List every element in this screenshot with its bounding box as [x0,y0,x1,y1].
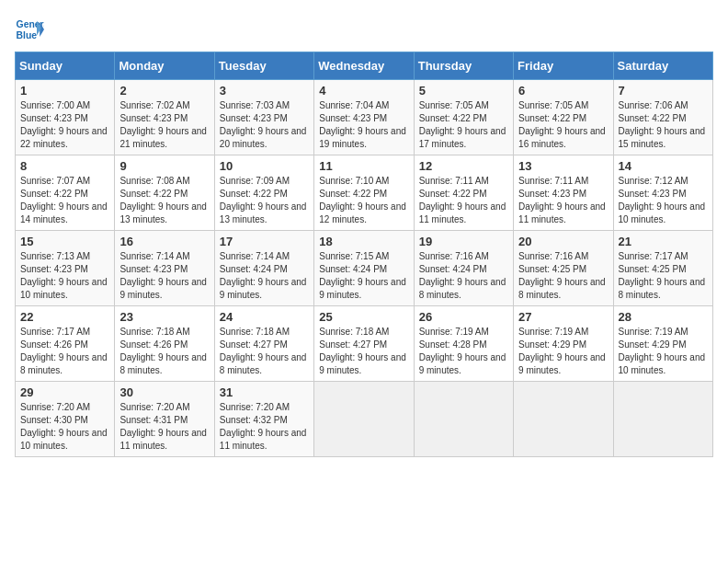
day-number: 2 [119,84,209,98]
day-number: 16 [119,235,209,248]
day-info: Sunrise: 7:20 AM Sunset: 4:32 PM Dayligh… [220,401,309,453]
logo: General Blue [15,15,48,44]
day-info: Sunrise: 7:02 AM Sunset: 4:23 PM Dayligh… [119,99,209,151]
calendar-cell: 28 Sunrise: 7:19 AM Sunset: 4:29 PM Dayl… [613,306,712,382]
day-number: 1 [20,84,109,98]
calendar-cell: 22 Sunrise: 7:17 AM Sunset: 4:26 PM Dayl… [16,306,115,382]
day-info: Sunrise: 7:16 AM Sunset: 4:25 PM Dayligh… [518,250,608,302]
day-info: Sunrise: 7:11 AM Sunset: 4:22 PM Dayligh… [419,175,508,226]
day-number: 29 [20,385,109,399]
day-info: Sunrise: 7:13 AM Sunset: 4:23 PM Dayligh… [20,250,109,302]
calendar-week-5: 29 Sunrise: 7:20 AM Sunset: 4:30 PM Dayl… [16,382,713,457]
day-info: Sunrise: 7:05 AM Sunset: 4:22 PM Dayligh… [518,99,608,151]
day-number: 21 [619,235,708,248]
calendar-cell: 5 Sunrise: 7:05 AM Sunset: 4:22 PM Dayli… [414,80,513,155]
day-info: Sunrise: 7:17 AM Sunset: 4:25 PM Dayligh… [619,250,708,302]
day-number: 22 [20,310,109,324]
col-header-wednesday: Wednesday [314,52,414,80]
calendar-header-row: SundayMondayTuesdayWednesdayThursdayFrid… [16,52,713,80]
day-number: 20 [518,235,608,248]
day-info: Sunrise: 7:14 AM Sunset: 4:24 PM Dayligh… [220,250,309,302]
calendar-cell: 31 Sunrise: 7:20 AM Sunset: 4:32 PM Dayl… [214,382,313,457]
col-header-sunday: Sunday [16,52,115,80]
calendar-week-1: 1 Sunrise: 7:00 AM Sunset: 4:23 PM Dayli… [16,80,713,155]
day-number: 27 [518,310,608,324]
day-info: Sunrise: 7:11 AM Sunset: 4:23 PM Dayligh… [518,175,608,226]
svg-text:Blue: Blue [17,30,38,40]
day-info: Sunrise: 7:19 AM Sunset: 4:29 PM Dayligh… [518,326,608,377]
calendar-cell [414,382,513,457]
day-info: Sunrise: 7:03 AM Sunset: 4:23 PM Dayligh… [220,99,309,151]
calendar-cell: 20 Sunrise: 7:16 AM Sunset: 4:25 PM Dayl… [514,231,613,306]
calendar-cell: 30 Sunrise: 7:20 AM Sunset: 4:31 PM Dayl… [115,382,214,457]
day-info: Sunrise: 7:04 AM Sunset: 4:23 PM Dayligh… [319,99,408,151]
day-number: 15 [20,235,109,248]
day-number: 7 [619,84,708,98]
day-number: 17 [220,235,309,248]
calendar-table: SundayMondayTuesdayWednesdayThursdayFrid… [15,52,713,457]
calendar-cell: 17 Sunrise: 7:14 AM Sunset: 4:24 PM Dayl… [214,231,313,306]
calendar-cell: 9 Sunrise: 7:08 AM Sunset: 4:22 PM Dayli… [115,155,214,231]
calendar-cell: 11 Sunrise: 7:10 AM Sunset: 4:22 PM Dayl… [314,155,414,231]
calendar-cell: 13 Sunrise: 7:11 AM Sunset: 4:23 PM Dayl… [514,155,613,231]
calendar-cell: 4 Sunrise: 7:04 AM Sunset: 4:23 PM Dayli… [314,80,414,155]
day-number: 31 [220,385,309,399]
day-info: Sunrise: 7:07 AM Sunset: 4:22 PM Dayligh… [20,175,109,226]
calendar-cell: 1 Sunrise: 7:00 AM Sunset: 4:23 PM Dayli… [16,80,115,155]
day-info: Sunrise: 7:20 AM Sunset: 4:30 PM Dayligh… [20,401,109,453]
day-info: Sunrise: 7:14 AM Sunset: 4:23 PM Dayligh… [119,250,209,302]
day-number: 6 [518,84,608,98]
day-info: Sunrise: 7:16 AM Sunset: 4:24 PM Dayligh… [419,250,508,302]
day-number: 30 [119,385,209,399]
col-header-tuesday: Tuesday [214,52,313,80]
day-info: Sunrise: 7:19 AM Sunset: 4:29 PM Dayligh… [619,326,708,377]
calendar-week-3: 15 Sunrise: 7:13 AM Sunset: 4:23 PM Dayl… [16,231,713,306]
day-number: 23 [119,310,209,324]
day-number: 8 [20,159,109,173]
day-number: 14 [619,159,708,173]
calendar-cell: 6 Sunrise: 7:05 AM Sunset: 4:22 PM Dayli… [514,80,613,155]
day-number: 10 [220,159,309,173]
day-number: 12 [419,159,508,173]
col-header-friday: Friday [514,52,613,80]
col-header-saturday: Saturday [613,52,712,80]
day-info: Sunrise: 7:18 AM Sunset: 4:27 PM Dayligh… [220,326,309,377]
day-info: Sunrise: 7:08 AM Sunset: 4:22 PM Dayligh… [119,175,209,226]
calendar-cell: 14 Sunrise: 7:12 AM Sunset: 4:23 PM Dayl… [613,155,712,231]
calendar-cell: 16 Sunrise: 7:14 AM Sunset: 4:23 PM Dayl… [115,231,214,306]
day-info: Sunrise: 7:20 AM Sunset: 4:31 PM Dayligh… [119,401,209,453]
calendar-cell: 19 Sunrise: 7:16 AM Sunset: 4:24 PM Dayl… [414,231,513,306]
calendar-cell: 3 Sunrise: 7:03 AM Sunset: 4:23 PM Dayli… [214,80,313,155]
calendar-cell: 21 Sunrise: 7:17 AM Sunset: 4:25 PM Dayl… [613,231,712,306]
calendar-cell: 7 Sunrise: 7:06 AM Sunset: 4:22 PM Dayli… [613,80,712,155]
day-number: 4 [319,84,408,98]
day-info: Sunrise: 7:06 AM Sunset: 4:22 PM Dayligh… [619,99,708,151]
calendar-week-4: 22 Sunrise: 7:17 AM Sunset: 4:26 PM Dayl… [16,306,713,382]
day-info: Sunrise: 7:18 AM Sunset: 4:26 PM Dayligh… [119,326,209,377]
calendar-cell [314,382,414,457]
day-info: Sunrise: 7:05 AM Sunset: 4:22 PM Dayligh… [419,99,508,151]
day-number: 18 [319,235,408,248]
calendar-cell: 18 Sunrise: 7:15 AM Sunset: 4:24 PM Dayl… [314,231,414,306]
day-number: 9 [119,159,209,173]
day-info: Sunrise: 7:18 AM Sunset: 4:27 PM Dayligh… [319,326,408,377]
day-info: Sunrise: 7:10 AM Sunset: 4:22 PM Dayligh… [319,175,408,226]
calendar-cell: 12 Sunrise: 7:11 AM Sunset: 4:22 PM Dayl… [414,155,513,231]
day-number: 3 [220,84,309,98]
day-info: Sunrise: 7:12 AM Sunset: 4:23 PM Dayligh… [619,175,708,226]
calendar-cell: 10 Sunrise: 7:09 AM Sunset: 4:22 PM Dayl… [214,155,313,231]
calendar-cell: 8 Sunrise: 7:07 AM Sunset: 4:22 PM Dayli… [16,155,115,231]
day-number: 25 [319,310,408,324]
day-info: Sunrise: 7:15 AM Sunset: 4:24 PM Dayligh… [319,250,408,302]
day-number: 11 [319,159,408,173]
calendar-cell: 24 Sunrise: 7:18 AM Sunset: 4:27 PM Dayl… [214,306,313,382]
calendar-cell [613,382,712,457]
calendar-cell: 27 Sunrise: 7:19 AM Sunset: 4:29 PM Dayl… [514,306,613,382]
day-number: 24 [220,310,309,324]
calendar-cell: 15 Sunrise: 7:13 AM Sunset: 4:23 PM Dayl… [16,231,115,306]
calendar-cell: 29 Sunrise: 7:20 AM Sunset: 4:30 PM Dayl… [16,382,115,457]
col-header-thursday: Thursday [414,52,513,80]
day-info: Sunrise: 7:19 AM Sunset: 4:28 PM Dayligh… [419,326,508,377]
calendar-week-2: 8 Sunrise: 7:07 AM Sunset: 4:22 PM Dayli… [16,155,713,231]
calendar-cell: 2 Sunrise: 7:02 AM Sunset: 4:23 PM Dayli… [115,80,214,155]
